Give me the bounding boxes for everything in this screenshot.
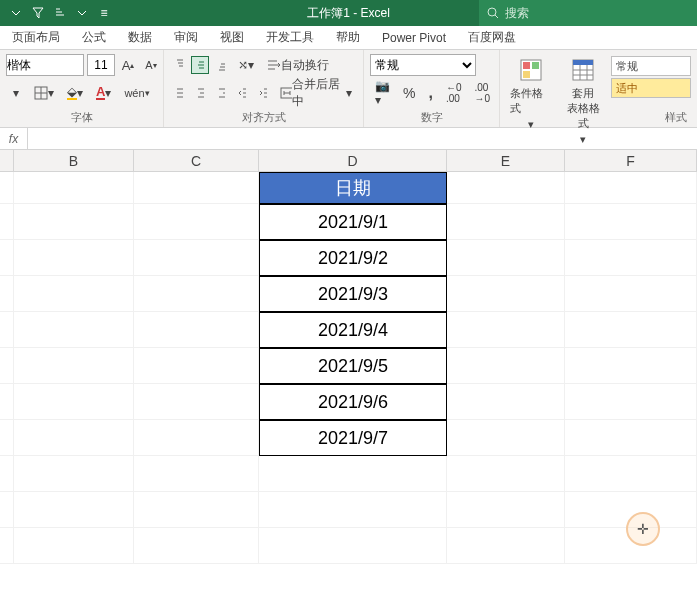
column-header-partial[interactable] (0, 150, 14, 171)
align-right-icon[interactable] (212, 84, 230, 102)
cell[interactable] (14, 172, 134, 204)
borders-icon[interactable]: ▾ (29, 82, 59, 104)
cell[interactable] (14, 312, 134, 348)
cell[interactable] (0, 312, 14, 348)
decrease-decimal-icon[interactable]: .00→0 (469, 82, 495, 104)
cell-d-data[interactable]: 2021/9/4 (259, 312, 447, 348)
cells-area[interactable]: 日期 2021/9/1 2021/9/2 2021/9/3 2021/9/4 2… (0, 172, 697, 564)
cell[interactable] (14, 204, 134, 240)
qat-overflow-icon[interactable]: ≡ (96, 5, 112, 21)
cell[interactable] (0, 384, 14, 420)
cell[interactable] (447, 492, 565, 528)
fill-color-icon[interactable]: ⬙▾ (62, 82, 88, 104)
column-header-c[interactable]: C (134, 150, 259, 171)
cell[interactable] (14, 456, 134, 492)
cell-style-neutral[interactable]: 适中 (611, 78, 691, 98)
merge-center-button[interactable]: 合并后居中▾ (275, 82, 357, 104)
cell[interactable] (134, 240, 259, 276)
cell[interactable] (565, 312, 697, 348)
cell[interactable] (565, 276, 697, 312)
cell[interactable] (14, 528, 134, 564)
accounting-format-icon[interactable]: 📷▾ (370, 82, 395, 104)
align-center-icon[interactable] (191, 84, 209, 102)
cell[interactable] (0, 420, 14, 456)
cell[interactable] (14, 384, 134, 420)
cell[interactable] (134, 172, 259, 204)
wrap-text-button[interactable]: 自动换行 (262, 54, 334, 76)
fx-icon[interactable]: fx (0, 128, 28, 149)
cell[interactable] (134, 204, 259, 240)
cell[interactable] (14, 492, 134, 528)
increase-decimal-icon[interactable]: ←0.00 (441, 82, 467, 104)
increase-indent-icon[interactable] (254, 84, 272, 102)
align-left-icon[interactable] (170, 84, 188, 102)
cell[interactable] (134, 348, 259, 384)
cell[interactable] (447, 204, 565, 240)
cell-d-data[interactable]: 2021/9/1 (259, 204, 447, 240)
filter-icon[interactable] (30, 5, 46, 21)
tab-formulas[interactable]: 公式 (80, 25, 108, 50)
cell[interactable] (447, 348, 565, 384)
cell[interactable] (14, 348, 134, 384)
cell[interactable] (0, 528, 14, 564)
cell[interactable] (134, 276, 259, 312)
cell[interactable] (0, 456, 14, 492)
cell[interactable] (0, 492, 14, 528)
cell[interactable] (259, 528, 447, 564)
tab-data[interactable]: 数据 (126, 25, 154, 50)
cell[interactable] (565, 348, 697, 384)
qat-more-icon[interactable] (74, 5, 90, 21)
cell[interactable] (14, 240, 134, 276)
cell-d-data[interactable]: 2021/9/3 (259, 276, 447, 312)
align-middle-icon[interactable] (191, 56, 209, 74)
tab-review[interactable]: 审阅 (172, 25, 200, 50)
cell[interactable] (134, 456, 259, 492)
decrease-indent-icon[interactable] (233, 84, 251, 102)
cell[interactable] (0, 172, 14, 204)
cell-d-data[interactable]: 2021/9/7 (259, 420, 447, 456)
cell[interactable] (565, 456, 697, 492)
font-color-icon[interactable]: A▾ (91, 82, 116, 104)
paste-dropdown-icon[interactable]: ▾ (6, 82, 26, 104)
cell[interactable] (565, 172, 697, 204)
cell[interactable] (134, 420, 259, 456)
cell[interactable] (447, 240, 565, 276)
decrease-font-icon[interactable]: A▾ (141, 54, 161, 76)
tab-view[interactable]: 视图 (218, 25, 246, 50)
cell[interactable] (0, 348, 14, 384)
column-header-f[interactable]: F (565, 150, 697, 171)
tab-baidu[interactable]: 百度网盘 (466, 25, 518, 50)
font-name-select[interactable] (6, 54, 84, 76)
cell[interactable] (447, 456, 565, 492)
search-bar[interactable] (479, 0, 697, 26)
cell-d-data[interactable]: 2021/9/6 (259, 384, 447, 420)
cell[interactable] (565, 240, 697, 276)
cell[interactable] (447, 384, 565, 420)
phonetic-icon[interactable]: wén▾ (119, 82, 154, 104)
column-header-d[interactable]: D (259, 150, 447, 171)
increase-font-icon[interactable]: A▴ (118, 54, 138, 76)
cell-style-normal[interactable]: 常规 (611, 56, 691, 76)
cell-d-data[interactable]: 2021/9/2 (259, 240, 447, 276)
cell[interactable] (134, 312, 259, 348)
tab-developer[interactable]: 开发工具 (264, 25, 316, 50)
cell[interactable] (565, 204, 697, 240)
cell[interactable] (134, 384, 259, 420)
percent-format-icon[interactable]: % (398, 82, 420, 104)
font-size-select[interactable] (87, 54, 115, 76)
cell[interactable] (565, 384, 697, 420)
orientation-icon[interactable]: ⤭▾ (233, 54, 259, 76)
cell-d-data[interactable]: 2021/9/5 (259, 348, 447, 384)
cell[interactable] (14, 276, 134, 312)
cell[interactable] (447, 420, 565, 456)
cell[interactable] (447, 312, 565, 348)
cell[interactable] (447, 172, 565, 204)
tab-layout[interactable]: 页面布局 (10, 25, 62, 50)
tab-help[interactable]: 帮助 (334, 25, 362, 50)
cell[interactable] (0, 204, 14, 240)
cell[interactable] (14, 420, 134, 456)
cell[interactable] (134, 492, 259, 528)
comma-format-icon[interactable]: , (423, 82, 437, 104)
cell[interactable] (447, 528, 565, 564)
search-input[interactable] (505, 6, 689, 20)
